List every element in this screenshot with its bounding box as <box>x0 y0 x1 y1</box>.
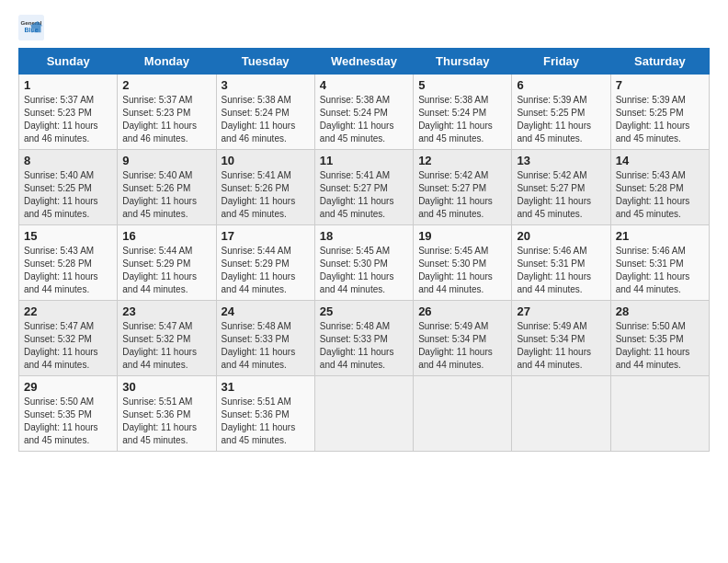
day-info: Sunrise: 5:50 AMSunset: 5:35 PMDaylight:… <box>24 396 112 447</box>
day-number: 15 <box>24 229 112 243</box>
day-info: Sunrise: 5:45 AMSunset: 5:30 PMDaylight:… <box>418 245 506 296</box>
day-cell: 5Sunrise: 5:38 AMSunset: 5:24 PMDaylight… <box>414 75 512 150</box>
day-cell: 30Sunrise: 5:51 AMSunset: 5:36 PMDayligh… <box>118 376 216 452</box>
day-number: 22 <box>24 304 112 318</box>
day-cell: 14Sunrise: 5:43 AMSunset: 5:28 PMDayligh… <box>610 150 709 225</box>
day-info: Sunrise: 5:48 AMSunset: 5:33 PMDaylight:… <box>222 320 310 372</box>
day-cell: 22Sunrise: 5:47 AMSunset: 5:32 PMDayligh… <box>19 301 118 376</box>
day-number: 3 <box>222 78 310 92</box>
week-row-5: 29Sunrise: 5:50 AMSunset: 5:35 PMDayligh… <box>19 376 710 452</box>
day-cell: 26Sunrise: 5:49 AMSunset: 5:34 PMDayligh… <box>414 301 512 376</box>
day-number: 2 <box>122 78 210 92</box>
day-cell: 10Sunrise: 5:41 AMSunset: 5:26 PMDayligh… <box>216 150 314 225</box>
day-info: Sunrise: 5:40 AMSunset: 5:26 PMDaylight:… <box>122 169 210 221</box>
day-number: 8 <box>24 154 112 167</box>
day-cell: 25Sunrise: 5:48 AMSunset: 5:33 PMDayligh… <box>314 301 413 376</box>
day-cell: 20Sunrise: 5:46 AMSunset: 5:31 PMDayligh… <box>512 225 610 301</box>
day-info: Sunrise: 5:38 AMSunset: 5:24 PMDaylight:… <box>418 94 506 145</box>
day-cell: 28Sunrise: 5:50 AMSunset: 5:35 PMDayligh… <box>610 301 709 376</box>
day-number: 28 <box>616 304 704 318</box>
day-cell: 16Sunrise: 5:44 AMSunset: 5:29 PMDayligh… <box>118 225 216 301</box>
logo-icon: General Blue <box>18 15 44 40</box>
day-info: Sunrise: 5:44 AMSunset: 5:29 PMDaylight:… <box>222 245 310 296</box>
day-cell: 2Sunrise: 5:37 AMSunset: 5:23 PMDaylight… <box>118 75 216 150</box>
week-row-2: 8Sunrise: 5:40 AMSunset: 5:25 PMDaylight… <box>19 150 710 225</box>
col-header-tuesday: Tuesday <box>216 49 314 75</box>
day-cell: 29Sunrise: 5:50 AMSunset: 5:35 PMDayligh… <box>19 376 118 452</box>
day-info: Sunrise: 5:41 AMSunset: 5:27 PMDaylight:… <box>320 169 408 221</box>
day-info: Sunrise: 5:42 AMSunset: 5:27 PMDaylight:… <box>418 169 506 221</box>
day-cell: 8Sunrise: 5:40 AMSunset: 5:25 PMDaylight… <box>19 150 118 225</box>
day-cell: 7Sunrise: 5:39 AMSunset: 5:25 PMDaylight… <box>610 75 709 150</box>
header: General Blue <box>18 15 710 40</box>
day-info: Sunrise: 5:51 AMSunset: 5:36 PMDaylight:… <box>222 396 310 447</box>
week-row-4: 22Sunrise: 5:47 AMSunset: 5:32 PMDayligh… <box>19 301 710 376</box>
day-info: Sunrise: 5:51 AMSunset: 5:36 PMDaylight:… <box>122 396 210 447</box>
day-info: Sunrise: 5:40 AMSunset: 5:25 PMDaylight:… <box>24 169 112 221</box>
day-info: Sunrise: 5:50 AMSunset: 5:35 PMDaylight:… <box>616 320 704 372</box>
day-number: 31 <box>222 380 310 394</box>
logo: General Blue <box>18 15 48 40</box>
day-info: Sunrise: 5:47 AMSunset: 5:32 PMDaylight:… <box>122 320 210 372</box>
day-cell: 3Sunrise: 5:38 AMSunset: 5:24 PMDaylight… <box>216 75 314 150</box>
day-number: 26 <box>418 304 506 318</box>
day-number: 10 <box>222 154 310 167</box>
day-info: Sunrise: 5:46 AMSunset: 5:31 PMDaylight:… <box>616 245 704 296</box>
day-number: 17 <box>222 229 310 243</box>
day-cell: 23Sunrise: 5:47 AMSunset: 5:32 PMDayligh… <box>118 301 216 376</box>
day-cell: 12Sunrise: 5:42 AMSunset: 5:27 PMDayligh… <box>414 150 512 225</box>
day-info: Sunrise: 5:37 AMSunset: 5:23 PMDaylight:… <box>122 94 210 145</box>
day-cell: 4Sunrise: 5:38 AMSunset: 5:24 PMDaylight… <box>314 75 413 150</box>
day-number: 9 <box>122 154 210 167</box>
day-info: Sunrise: 5:49 AMSunset: 5:34 PMDaylight:… <box>517 320 605 372</box>
day-info: Sunrise: 5:43 AMSunset: 5:28 PMDaylight:… <box>616 169 704 221</box>
day-info: Sunrise: 5:43 AMSunset: 5:28 PMDaylight:… <box>24 245 112 296</box>
day-number: 23 <box>122 304 210 318</box>
day-number: 20 <box>517 229 605 243</box>
col-header-monday: Monday <box>118 49 216 75</box>
day-number: 4 <box>320 78 408 92</box>
day-number: 5 <box>418 78 506 92</box>
day-info: Sunrise: 5:37 AMSunset: 5:23 PMDaylight:… <box>24 94 112 145</box>
col-header-thursday: Thursday <box>414 49 512 75</box>
day-number: 29 <box>24 380 112 394</box>
day-info: Sunrise: 5:38 AMSunset: 5:24 PMDaylight:… <box>320 94 408 145</box>
col-header-saturday: Saturday <box>610 49 709 75</box>
week-row-1: 1Sunrise: 5:37 AMSunset: 5:23 PMDaylight… <box>19 75 710 150</box>
day-cell: 9Sunrise: 5:40 AMSunset: 5:26 PMDaylight… <box>118 150 216 225</box>
day-info: Sunrise: 5:42 AMSunset: 5:27 PMDaylight:… <box>517 169 605 221</box>
day-info: Sunrise: 5:47 AMSunset: 5:32 PMDaylight:… <box>24 320 112 372</box>
day-cell: 1Sunrise: 5:37 AMSunset: 5:23 PMDaylight… <box>19 75 118 150</box>
day-number: 30 <box>122 380 210 394</box>
col-header-friday: Friday <box>512 49 610 75</box>
day-cell: 18Sunrise: 5:45 AMSunset: 5:30 PMDayligh… <box>314 225 413 301</box>
day-number: 27 <box>517 304 605 318</box>
day-info: Sunrise: 5:41 AMSunset: 5:26 PMDaylight:… <box>222 169 310 221</box>
week-row-3: 15Sunrise: 5:43 AMSunset: 5:28 PMDayligh… <box>19 225 710 301</box>
day-cell: 6Sunrise: 5:39 AMSunset: 5:25 PMDaylight… <box>512 75 610 150</box>
day-number: 6 <box>517 78 605 92</box>
day-number: 16 <box>122 229 210 243</box>
day-number: 1 <box>24 78 112 92</box>
day-info: Sunrise: 5:46 AMSunset: 5:31 PMDaylight:… <box>517 245 605 296</box>
day-number: 19 <box>418 229 506 243</box>
day-cell <box>610 376 709 452</box>
day-cell: 27Sunrise: 5:49 AMSunset: 5:34 PMDayligh… <box>512 301 610 376</box>
day-cell: 21Sunrise: 5:46 AMSunset: 5:31 PMDayligh… <box>610 225 709 301</box>
day-number: 24 <box>222 304 310 318</box>
day-info: Sunrise: 5:48 AMSunset: 5:33 PMDaylight:… <box>320 320 408 372</box>
day-cell <box>314 376 413 452</box>
day-info: Sunrise: 5:39 AMSunset: 5:25 PMDaylight:… <box>616 94 704 145</box>
day-info: Sunrise: 5:45 AMSunset: 5:30 PMDaylight:… <box>320 245 408 296</box>
col-header-wednesday: Wednesday <box>314 49 413 75</box>
day-cell: 31Sunrise: 5:51 AMSunset: 5:36 PMDayligh… <box>216 376 314 452</box>
day-number: 14 <box>616 154 704 167</box>
day-cell: 15Sunrise: 5:43 AMSunset: 5:28 PMDayligh… <box>19 225 118 301</box>
day-cell <box>512 376 610 452</box>
day-number: 25 <box>320 304 408 318</box>
calendar-table: SundayMondayTuesdayWednesdayThursdayFrid… <box>18 48 710 452</box>
col-header-sunday: Sunday <box>19 49 118 75</box>
day-cell: 11Sunrise: 5:41 AMSunset: 5:27 PMDayligh… <box>314 150 413 225</box>
day-info: Sunrise: 5:44 AMSunset: 5:29 PMDaylight:… <box>122 245 210 296</box>
day-cell: 17Sunrise: 5:44 AMSunset: 5:29 PMDayligh… <box>216 225 314 301</box>
